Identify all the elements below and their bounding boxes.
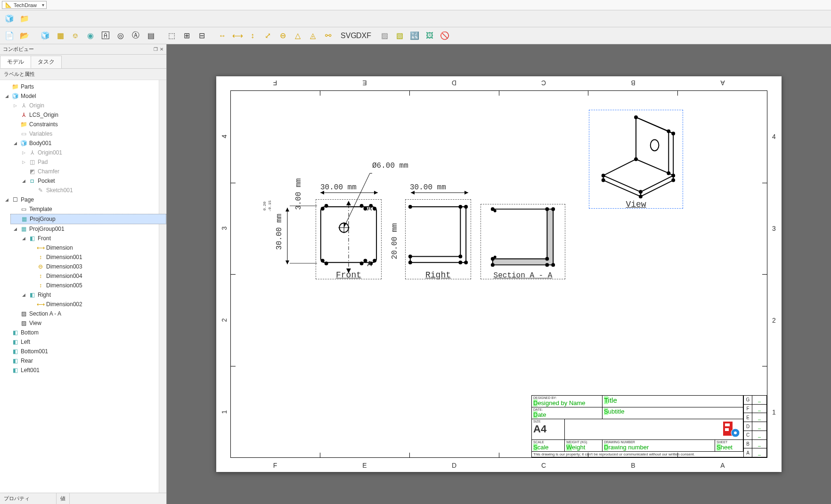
dim-diameter-icon[interactable]: ⊖: [276, 29, 289, 42]
tree-item-body[interactable]: Body001: [29, 139, 51, 147]
tb-date-lbl: Date:: [533, 408, 601, 411]
toggle-frame-icon[interactable]: 🚫: [438, 29, 451, 42]
svg-point-51: [602, 179, 605, 182]
tab-task[interactable]: タスク: [31, 56, 62, 68]
tb-designedby[interactable]: Designed by Name: [533, 399, 601, 406]
view-icon: ◧: [11, 366, 19, 374]
drawing-canvas[interactable]: FEDCBA FEDCBA 4321 4321: [167, 44, 831, 504]
tb-sheet[interactable]: Sheet: [717, 444, 741, 451]
tb-weight-lbl: Weight (kg): [566, 440, 601, 444]
drawing-page[interactable]: FEDCBA FEDCBA 4321 4321: [216, 76, 782, 472]
clip-icon[interactable]: ⬚: [165, 29, 178, 42]
tree-item-pocket[interactable]: Pocket: [38, 177, 55, 185]
svg-point-23: [408, 205, 412, 209]
clip-remove-icon[interactable]: ⊟: [195, 29, 208, 42]
tb-scale[interactable]: Scale: [533, 444, 563, 451]
tb-date[interactable]: Date: [533, 411, 601, 418]
panel-close-icon[interactable]: ✕: [160, 47, 163, 52]
folder-icon: 📁: [20, 121, 27, 128]
open-icon[interactable]: 📂: [18, 29, 31, 42]
svg-point-49: [667, 130, 670, 133]
dim-20[interactable]: 20.00 mm: [391, 223, 399, 260]
svg-point-43: [602, 174, 605, 178]
tree-item-lcs[interactable]: LCS_Origin: [29, 111, 58, 119]
title-block[interactable]: Designed by: Designed by Name Title Date…: [531, 395, 767, 457]
tree-item-section[interactable]: Section A - A: [29, 309, 61, 318]
tree-item-left[interactable]: Left: [21, 338, 30, 346]
tree-item-dimension001[interactable]: Dimension001: [46, 253, 82, 261]
tb-dn-lbl: Drawing Number: [604, 440, 713, 444]
image-icon[interactable]: 🖼: [423, 29, 436, 42]
tree-item-constraints[interactable]: Constraints: [29, 120, 58, 129]
dim-horizontal-icon[interactable]: ⟷: [231, 29, 244, 42]
part-icon[interactable]: 🧊: [3, 12, 16, 25]
arch-icon[interactable]: Ⓐ: [129, 29, 142, 42]
workbench-selector[interactable]: 📐 TechDraw: [2, 1, 47, 9]
tb-dn[interactable]: Drawing number: [604, 444, 713, 451]
draft-icon[interactable]: ◎: [114, 29, 127, 42]
tree-item-pad[interactable]: Pad: [38, 158, 48, 166]
panel-undock-icon[interactable]: ❐: [154, 47, 158, 52]
dim-h-icon: ⟷: [37, 244, 44, 252]
tree-item-model[interactable]: Model: [21, 92, 36, 100]
tree-item-bottom[interactable]: Bottom: [21, 328, 39, 337]
workbench-label: TechDraw: [14, 2, 37, 8]
tree-item-right[interactable]: Right: [38, 291, 51, 299]
tree-item-front[interactable]: Front: [38, 234, 51, 243]
tree-item-dimension[interactable]: Dimension: [46, 244, 73, 252]
tree-item-left001[interactable]: Left001: [21, 366, 40, 374]
tree-item-page[interactable]: Page: [21, 195, 34, 204]
tree-item-dimension003[interactable]: Dimension003: [46, 262, 82, 271]
tree-item-chamfer[interactable]: Chamfer: [38, 167, 59, 176]
annotation-icon[interactable]: 🄰: [99, 29, 112, 42]
tree-item-parts[interactable]: Parts: [21, 82, 34, 91]
lcs-icon: ⅄: [20, 111, 27, 119]
dim-vertical-icon[interactable]: ↕: [246, 29, 259, 42]
tb-designedby-lbl: Designed by:: [533, 396, 601, 399]
tree-item-view[interactable]: View: [29, 319, 41, 327]
tree-item-projgroup001[interactable]: ProjGroup001: [29, 225, 65, 233]
view-right[interactable]: Right: [405, 199, 471, 279]
dim-radius-icon[interactable]: ⤢: [261, 29, 274, 42]
spreadsheet-icon[interactable]: ▤: [144, 29, 157, 42]
insert-view-icon[interactable]: 🧊: [39, 29, 52, 42]
tree-item-rear[interactable]: Rear: [21, 357, 33, 365]
section-icon[interactable]: ⎊: [69, 29, 82, 42]
dim-length-icon[interactable]: ↔: [216, 29, 229, 42]
geom-hatch-icon[interactable]: ▧: [393, 29, 406, 42]
tb-title[interactable]: Title: [604, 396, 741, 404]
svg-point-25: [458, 205, 462, 209]
export-dxf-icon[interactable]: DXF: [357, 29, 370, 42]
export-svg-icon[interactable]: SVG: [342, 29, 355, 42]
tb-weight[interactable]: Weight: [566, 444, 601, 451]
tree-item-variables[interactable]: Variables: [29, 130, 52, 138]
tb-subtitle[interactable]: Subtitle: [604, 408, 741, 415]
tree-item-template[interactable]: Template: [29, 205, 52, 213]
svg-point-15: [360, 261, 364, 265]
clip-add-icon[interactable]: ⊞: [180, 29, 193, 42]
symbol-icon[interactable]: 🔣: [408, 29, 421, 42]
view-iso[interactable]: View: [589, 110, 683, 209]
projection-group-icon[interactable]: ▦: [54, 29, 67, 42]
dim-3pt-icon[interactable]: ◬: [306, 29, 319, 42]
svg-point-45: [671, 174, 675, 178]
svg-point-34: [545, 207, 549, 211]
tree-item-origin001[interactable]: Origin001: [38, 148, 62, 157]
svg-point-41: [494, 256, 497, 259]
tab-model[interactable]: モデル: [0, 56, 31, 68]
tree-item-dimension005[interactable]: Dimension005: [46, 281, 82, 290]
tree-item-origin[interactable]: Origin: [29, 101, 44, 110]
dim-link-icon[interactable]: ⚯: [321, 29, 334, 42]
hatch-icon[interactable]: ▨: [378, 29, 391, 42]
new-page-icon[interactable]: 📄: [3, 29, 16, 42]
tree-item-bottom001[interactable]: Bottom001: [21, 347, 48, 356]
tree-item-dimension004[interactable]: Dimension004: [46, 272, 82, 280]
tree-item-projgroup[interactable]: ProjGroup: [30, 215, 56, 223]
tree-item-dimension002[interactable]: Dimension002: [46, 300, 82, 309]
folder-icon[interactable]: 📁: [18, 12, 31, 25]
tree-item-sketch[interactable]: Sketch001: [46, 186, 73, 195]
detail-icon[interactable]: ◉: [84, 29, 97, 42]
dim-angle-icon[interactable]: △: [291, 29, 304, 42]
model-tree[interactable]: 📁Parts ◢🧊Model ▷⅄Origin ⅄LCS_Origin 📁Con…: [0, 80, 166, 493]
view-section[interactable]: Section A - A: [481, 204, 565, 279]
